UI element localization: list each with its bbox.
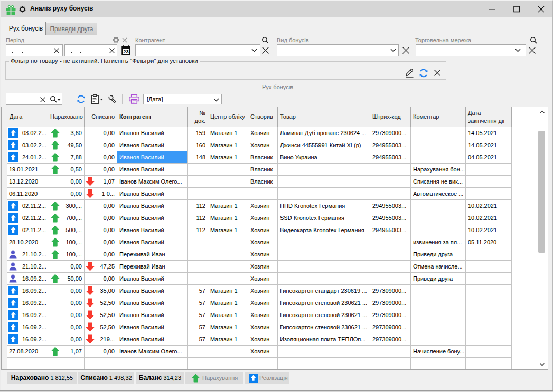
svg-text:23: 23 xyxy=(123,49,129,54)
